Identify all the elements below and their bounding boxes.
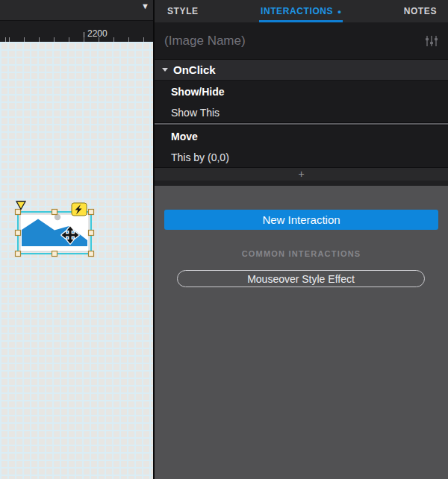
panel-bottom: New Interaction COMMON INTERACTIONS Mous… — [155, 186, 448, 479]
selection-handle[interactable] — [16, 231, 21, 236]
inspector-tabs: STYLE INTERACTIONS • NOTES — [155, 0, 448, 22]
footnote-triangle-icon[interactable] — [16, 201, 25, 210]
panel-gap — [155, 181, 448, 186]
ruler-label: 2200 — [87, 28, 108, 39]
tab-interactions-label: INTERACTIONS — [261, 6, 333, 16]
selection-handle[interactable] — [16, 251, 21, 257]
selection-handle[interactable] — [52, 210, 57, 215]
action-detail: Show This — [171, 103, 448, 122]
horizontal-ruler: 2200 — [0, 21, 153, 42]
filter-sliders-icon[interactable] — [425, 35, 438, 47]
tab-style[interactable]: STYLE — [167, 0, 199, 22]
image-widget[interactable] — [10, 195, 97, 261]
tab-interactions[interactable]: INTERACTIONS • — [261, 0, 341, 22]
unsaved-dot-icon: • — [337, 6, 341, 17]
common-interactions-label: COMMON INTERACTIONS — [155, 249, 448, 258]
action-detail: This by (0,0) — [171, 148, 448, 167]
app-window: ▼ 2200 — [0, 0, 448, 479]
selection-handle[interactable] — [89, 251, 94, 257]
canvas-pane: ▼ 2200 — [0, 0, 153, 479]
selection-handle[interactable] — [16, 210, 21, 215]
selection-handle[interactable] — [89, 231, 94, 236]
new-interaction-button[interactable]: New Interaction — [164, 210, 438, 230]
event-trigger-label: OnClick — [173, 63, 216, 76]
design-canvas[interactable] — [0, 42, 153, 479]
chevron-down-icon[interactable]: ▼ — [141, 0, 149, 12]
action-move[interactable]: Move This by (0,0) — [155, 125, 448, 167]
inspector-panel: STYLE INTERACTIONS • NOTES (Image Name) — [153, 0, 448, 479]
selection-handle[interactable] — [52, 251, 57, 257]
action-name: Show/Hide — [171, 81, 448, 103]
tab-style-label: STYLE — [167, 6, 199, 16]
ruler-major-tick — [84, 32, 84, 42]
tab-notes[interactable]: NOTES — [404, 0, 437, 22]
plus-icon: + — [298, 168, 304, 180]
widget-name-row: (Image Name) — [155, 22, 448, 60]
widget-name-input[interactable]: (Image Name) — [164, 34, 425, 48]
selection-handle[interactable] — [89, 210, 94, 215]
disclosure-triangle-icon[interactable] — [162, 68, 168, 72]
canvas-toolbar: ▼ — [0, 0, 153, 21]
action-name: Move — [171, 125, 448, 148]
action-show-hide[interactable]: Show/Hide Show This — [155, 81, 448, 122]
add-action-button[interactable]: + — [155, 167, 448, 181]
event-onclick-header[interactable]: OnClick — [155, 60, 448, 81]
tab-notes-label: NOTES — [404, 6, 437, 16]
mouseover-style-effect-button[interactable]: Mouseover Style Effect — [177, 270, 425, 287]
